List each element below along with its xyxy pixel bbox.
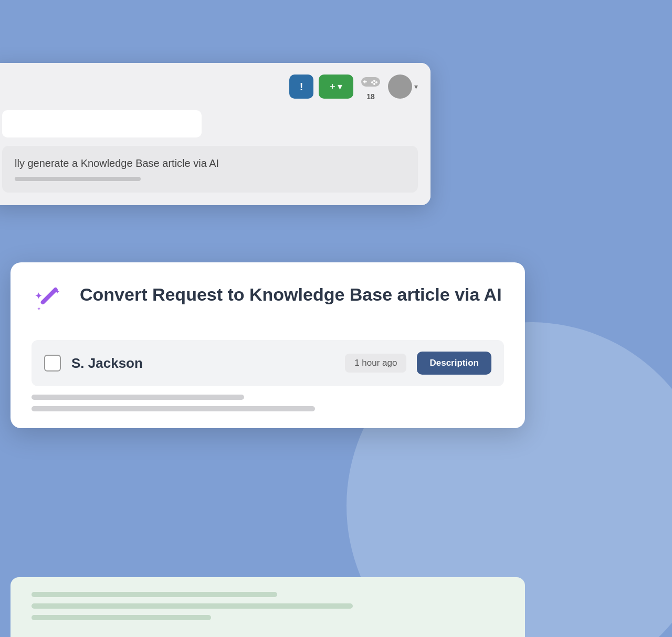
row-name: S. Jackson	[71, 355, 334, 371]
lines-area	[32, 395, 504, 428]
svg-text:✦: ✦	[35, 291, 43, 301]
svg-point-4	[375, 81, 377, 83]
gray-line-2	[32, 406, 315, 411]
gray-line-1	[32, 395, 244, 400]
table-row: S. Jackson 1 hour ago Description	[32, 340, 504, 386]
gamepad-count: 18	[366, 92, 375, 101]
ai-icon-wrapper: ✦ ✦ ✦	[32, 285, 67, 321]
avatar-wrapper[interactable]: ▾	[388, 75, 418, 99]
time-badge: 1 hour ago	[345, 354, 406, 373]
alert-icon: !	[300, 81, 303, 93]
bottom-card	[10, 577, 525, 637]
alert-button[interactable]: !	[289, 75, 313, 99]
green-line-3	[32, 615, 211, 620]
add-icon: +	[330, 81, 335, 92]
avatar-dropdown-icon: ▾	[414, 82, 418, 91]
svg-text:✦: ✦	[37, 306, 41, 312]
row-checkbox[interactable]	[44, 355, 61, 371]
card-title: Convert Request to Knowledge Base articl…	[80, 283, 502, 306]
search-area	[2, 110, 418, 137]
content-row-line	[15, 177, 141, 181]
avatar	[388, 75, 412, 99]
toolbar: ! + ▾ 18 ▾	[0, 63, 430, 110]
svg-rect-2	[363, 81, 367, 82]
svg-point-5	[371, 81, 373, 83]
gamepad-button[interactable]: 18	[359, 72, 383, 101]
content-row-text: lly generate a Knowledge Base article vi…	[15, 157, 219, 169]
search-bar[interactable]	[2, 110, 202, 137]
card-back-body: lly generate a Knowledge Base article vi…	[0, 110, 430, 205]
add-dropdown-icon: ▾	[338, 81, 342, 92]
gamepad-icon	[359, 72, 383, 91]
content-row: lly generate a Knowledge Base article vi…	[2, 146, 418, 193]
ai-wand-icon: ✦ ✦ ✦	[33, 286, 66, 320]
svg-text:✦: ✦	[55, 288, 60, 295]
description-button[interactable]: Description	[417, 352, 491, 375]
svg-point-3	[373, 80, 375, 82]
main-card: ✦ ✦ ✦ Convert Request to Knowledge Base …	[10, 262, 525, 428]
browser-window-card: ! + ▾ 18 ▾	[0, 63, 430, 205]
add-button[interactable]: + ▾	[319, 75, 353, 99]
card-header: ✦ ✦ ✦ Convert Request to Knowledge Base …	[32, 283, 504, 321]
green-line-2	[32, 603, 353, 609]
svg-point-6	[373, 83, 375, 85]
green-line-1	[32, 592, 277, 597]
